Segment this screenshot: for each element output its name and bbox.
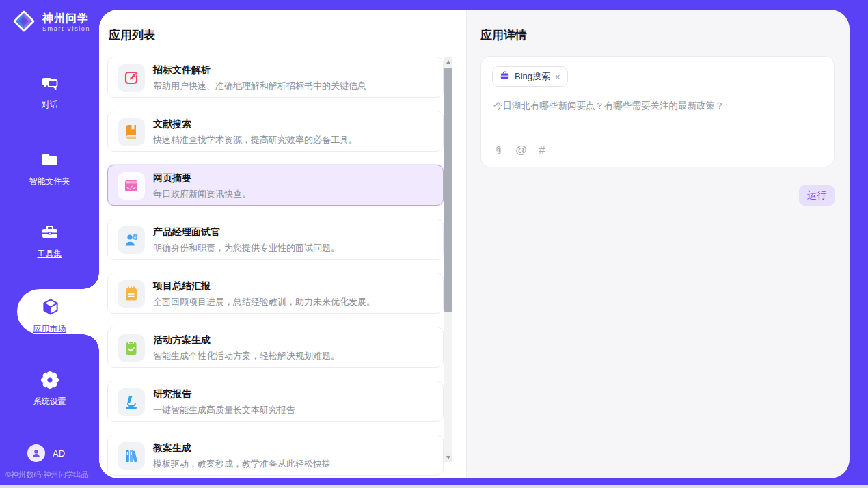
app-detail-title: 应用详情 [480,27,527,43]
main-container: 应用列表 招标文件解析帮助用户快速、准确地理解和解析招标书中的关键信息文献搜索快… [99,10,850,478]
run-button[interactable]: 运行 [799,185,835,206]
paperclip-icon[interactable] [493,145,504,157]
user-initials: AD [53,448,65,459]
app-card[interactable]: 研究报告一键智能生成高质量长文本研究报告 [107,381,444,422]
app-card[interactable]: 项目总结汇报全面回顾项目进展，总结经验教训，助力未来优化发展。 [107,273,444,314]
clipboard-check-icon [118,334,145,362]
app-card-texts: 项目总结汇报全面回顾项目进展，总结经验教训，助力未来优化发展。 [153,280,436,308]
app-list: 招标文件解析帮助用户快速、准确地理解和解析招标书中的关键信息文献搜索快速精准查找… [107,57,444,478]
scroll-up-button[interactable] [444,57,452,66]
app-name: 项目总结汇报 [153,280,436,292]
brand-name: 神州问学 [42,12,90,25]
brand-logo: 神州问学 Smart Vision [11,8,90,37]
app-card-texts: 网页摘要每日政府新闻资讯快查。 [153,172,436,200]
avatar[interactable] [27,444,45,462]
sidebar: 神州问学 Smart Vision 对话智能文件夹工具集应用市场系统设置 AD … [0,0,99,488]
notepad-icon [118,280,145,308]
app-card-texts: 教案生成模板驱动，教案秒成，教学准备从此轻松快捷 [153,442,436,470]
user-account[interactable]: AD [27,444,65,462]
edit-document-icon [118,64,145,92]
hash-icon[interactable]: # [539,144,545,157]
app-card[interactable]: 教案生成模板驱动，教案秒成，教学准备从此轻松快捷 [107,435,444,476]
tool-chip-label: Bing搜索 [515,70,550,83]
app-description: 智能生成个性化活动方案，轻松解决规划难题。 [153,350,436,362]
person-icon [31,448,42,459]
book-icon [118,118,145,146]
window-bottom-edge [0,485,868,488]
svg-text:</>: </> [127,185,137,191]
sidebar-item-folder[interactable]: 智能文件夹 [0,150,99,187]
app-description: 每日政府新闻资讯快查。 [153,188,436,200]
gem-logo-icon [11,8,37,37]
app-card[interactable]: </>网页摘要每日政府新闻资讯快查。 [107,165,444,206]
tool-chip-bing-search[interactable]: Bing搜索 × [492,66,568,87]
close-icon[interactable]: × [555,72,560,81]
triangle-down-icon [446,456,450,459]
scroll-down-button[interactable] [444,452,452,462]
copyright-footer: ©神州数码·神州问学出品 [5,470,89,480]
app-description: 快速精准查找学术资源，提高研究效率的必备工具。 [153,134,436,146]
attachment-toolbar: @ # [493,144,545,157]
app-name: 文献搜索 [153,118,436,130]
gear-icon [40,370,59,390]
brand-subtitle: Smart Vision [42,26,90,33]
prompt-input[interactable]: 今日湖北有哪些新闻要点？有哪些需要关注的最新政策？ [493,99,822,113]
app-card-texts: 文献搜索快速精准查找学术资源，提高研究效率的必备工具。 [153,118,436,146]
sidebar-item-gear[interactable]: 系统设置 [0,370,99,407]
sidebar-item-chat[interactable]: 对话 [0,74,99,111]
sidebar-item-label: 对话 [0,99,99,111]
app-card[interactable]: 产品经理面试官明确身份和职责，为您提供专业性的面试问题。 [107,219,444,260]
app-description: 模板驱动，教案秒成，教学准备从此轻松快捷 [153,458,436,470]
app-name: 教案生成 [153,442,436,454]
app-list-title: 应用列表 [109,27,155,43]
sidebar-item-label: 应用市场 [0,323,99,335]
sidebar-item-cube[interactable]: 应用市场 [0,297,99,335]
app-card-texts: 活动方案生成智能生成个性化活动方案，轻松解决规划难题。 [153,334,436,362]
app-description: 明确身份和职责，为您提供专业性的面试问题。 [153,242,436,254]
sidebar-item-toolbox[interactable]: 工具集 [0,223,99,260]
app-description: 帮助用户快速、准确地理解和解析招标书中的关键信息 [153,80,436,92]
app-name: 招标文件解析 [153,64,436,76]
microscope-icon [118,388,145,416]
toolbox-icon [40,223,59,242]
app-name: 产品经理面试官 [153,226,436,238]
app-card[interactable]: 活动方案生成智能生成个性化活动方案，轻松解决规划难题。 [107,327,444,368]
prompt-card: Bing搜索 × 今日湖北有哪些新闻要点？有哪些需要关注的最新政策？ @ # [480,56,835,167]
sidebar-item-label: 工具集 [0,248,99,260]
sidebar-item-label: 智能文件夹 [0,176,99,187]
app-name: 活动方案生成 [153,334,436,346]
bubble-notch-bottom [83,334,99,351]
app-description: 全面回顾项目进展，总结经验教训，助力未来优化发展。 [153,296,436,308]
app-card-texts: 产品经理面试官明确身份和职责，为您提供专业性的面试问题。 [153,226,436,254]
triangle-up-icon [446,60,450,64]
bubble-notch-top [83,273,99,289]
app-detail-panel: 应用详情 Bing搜索 × 今日湖北有哪些新闻要点？有哪些需要关注的最新政策？ [467,10,850,478]
scrollbar[interactable] [444,57,452,462]
app-card-texts: 研究报告一键智能生成高质量长文本研究报告 [153,388,436,416]
scrollbar-thumb[interactable] [444,68,452,312]
briefcase-icon [500,70,510,83]
app-card-texts: 招标文件解析帮助用户快速、准确地理解和解析招标书中的关键信息 [153,64,436,92]
app-description: 一键智能生成高质量长文本研究报告 [153,404,436,416]
app-list-panel: 应用列表 招标文件解析帮助用户快速、准确地理解和解析招标书中的关键信息文献搜索快… [99,10,467,478]
app-card[interactable]: 文献搜索快速精准查找学术资源，提高研究效率的必备工具。 [107,111,444,152]
app-card[interactable]: 招标文件解析帮助用户快速、准确地理解和解析招标书中的关键信息 [107,57,444,98]
interviewer-icon [118,226,145,254]
cube-icon [40,297,59,316]
mention-icon[interactable]: @ [515,144,527,157]
app-name: 研究报告 [153,388,436,400]
books-icon [118,442,145,470]
chat-icon [40,74,59,93]
app-name: 网页摘要 [153,172,436,184]
sidebar-item-label: 系统设置 [0,396,99,407]
webpage-code-icon: </> [118,172,145,200]
folder-icon [40,150,59,170]
